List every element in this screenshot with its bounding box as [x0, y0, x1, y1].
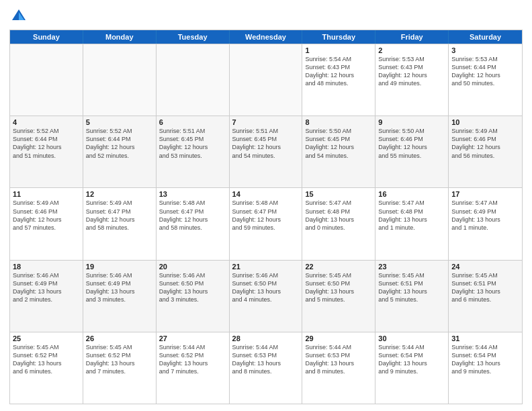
day-number: 12	[86, 190, 153, 198]
calendar-cell: 19Sunrise: 5:46 AM Sunset: 6:49 PM Dayli…	[83, 261, 157, 332]
calendar-cell: 12Sunrise: 5:49 AM Sunset: 6:47 PM Dayli…	[83, 188, 157, 259]
day-number: 17	[451, 190, 519, 198]
day-info: Sunrise: 5:45 AM Sunset: 6:51 PM Dayligh…	[378, 271, 445, 304]
day-info: Sunrise: 5:49 AM Sunset: 6:46 PM Dayligh…	[451, 127, 519, 160]
calendar-row: 25Sunrise: 5:45 AM Sunset: 6:52 PM Dayli…	[10, 332, 522, 404]
day-info: Sunrise: 5:46 AM Sunset: 6:49 PM Dayligh…	[13, 271, 80, 304]
calendar-cell	[157, 44, 230, 116]
day-info: Sunrise: 5:44 AM Sunset: 6:54 PM Dayligh…	[378, 343, 445, 376]
day-number: 7	[232, 118, 300, 126]
calendar-row: 4Sunrise: 5:52 AM Sunset: 6:44 PM Daylig…	[10, 116, 522, 187]
day-number: 18	[13, 263, 80, 271]
day-info: Sunrise: 5:52 AM Sunset: 6:44 PM Dayligh…	[13, 127, 80, 160]
day-info: Sunrise: 5:53 AM Sunset: 6:44 PM Dayligh…	[451, 55, 519, 88]
day-info: Sunrise: 5:51 AM Sunset: 6:45 PM Dayligh…	[232, 127, 300, 160]
day-info: Sunrise: 5:44 AM Sunset: 6:54 PM Dayligh…	[451, 343, 519, 376]
calendar-cell	[83, 44, 157, 116]
calendar-cell: 9Sunrise: 5:50 AM Sunset: 6:46 PM Daylig…	[375, 116, 449, 187]
day-info: Sunrise: 5:53 AM Sunset: 6:43 PM Dayligh…	[378, 55, 445, 88]
day-number: 25	[13, 334, 80, 342]
day-info: Sunrise: 5:46 AM Sunset: 6:49 PM Dayligh…	[86, 271, 153, 304]
day-info: Sunrise: 5:47 AM Sunset: 6:48 PM Dayligh…	[378, 199, 445, 232]
day-number: 1	[305, 46, 372, 54]
day-info: Sunrise: 5:46 AM Sunset: 6:50 PM Dayligh…	[159, 271, 226, 304]
day-number: 24	[451, 263, 519, 271]
day-number: 9	[378, 118, 445, 126]
day-number: 14	[232, 190, 300, 198]
weekday-header: Saturday	[449, 30, 522, 44]
day-info: Sunrise: 5:54 AM Sunset: 6:43 PM Dayligh…	[305, 55, 372, 88]
calendar-row: 11Sunrise: 5:49 AM Sunset: 6:46 PM Dayli…	[10, 187, 522, 259]
weekday-header: Sunday	[10, 30, 83, 44]
calendar-cell: 14Sunrise: 5:48 AM Sunset: 6:47 PM Dayli…	[230, 188, 303, 259]
calendar-cell: 28Sunrise: 5:44 AM Sunset: 6:53 PM Dayli…	[230, 332, 303, 404]
day-info: Sunrise: 5:52 AM Sunset: 6:44 PM Dayligh…	[86, 127, 153, 160]
weekday-header: Wednesday	[230, 30, 303, 44]
calendar-cell: 17Sunrise: 5:47 AM Sunset: 6:49 PM Dayli…	[449, 188, 522, 259]
day-number: 29	[305, 334, 372, 342]
day-number: 10	[451, 118, 519, 126]
day-number: 8	[305, 118, 372, 126]
weekday-header: Friday	[375, 30, 449, 44]
calendar-cell: 5Sunrise: 5:52 AM Sunset: 6:44 PM Daylig…	[83, 116, 157, 187]
calendar-cell: 10Sunrise: 5:49 AM Sunset: 6:46 PM Dayli…	[449, 116, 522, 187]
day-number: 28	[232, 334, 300, 342]
day-number: 23	[378, 263, 445, 271]
calendar-cell: 29Sunrise: 5:44 AM Sunset: 6:53 PM Dayli…	[302, 332, 375, 404]
calendar-cell: 8Sunrise: 5:50 AM Sunset: 6:45 PM Daylig…	[302, 116, 375, 187]
day-number: 22	[305, 263, 372, 271]
calendar-cell: 31Sunrise: 5:44 AM Sunset: 6:54 PM Dayli…	[449, 332, 522, 404]
calendar: SundayMondayTuesdayWednesdayThursdayFrid…	[9, 30, 523, 404]
header	[9, 7, 523, 26]
calendar-cell: 21Sunrise: 5:46 AM Sunset: 6:50 PM Dayli…	[230, 261, 303, 332]
day-number: 11	[13, 190, 80, 198]
day-info: Sunrise: 5:45 AM Sunset: 6:52 PM Dayligh…	[86, 343, 153, 376]
day-number: 6	[159, 118, 226, 126]
day-info: Sunrise: 5:44 AM Sunset: 6:53 PM Dayligh…	[305, 343, 372, 376]
calendar-cell: 4Sunrise: 5:52 AM Sunset: 6:44 PM Daylig…	[10, 116, 83, 187]
weekday-header: Monday	[83, 30, 157, 44]
calendar-cell: 25Sunrise: 5:45 AM Sunset: 6:52 PM Dayli…	[10, 332, 83, 404]
calendar-cell: 2Sunrise: 5:53 AM Sunset: 6:43 PM Daylig…	[375, 44, 449, 116]
day-info: Sunrise: 5:49 AM Sunset: 6:47 PM Dayligh…	[86, 199, 153, 232]
weekday-header: Thursday	[302, 30, 375, 44]
calendar-cell: 22Sunrise: 5:45 AM Sunset: 6:50 PM Dayli…	[302, 261, 375, 332]
day-number: 21	[232, 263, 300, 271]
day-number: 15	[305, 190, 372, 198]
day-number: 5	[86, 118, 153, 126]
calendar-cell: 20Sunrise: 5:46 AM Sunset: 6:50 PM Dayli…	[157, 261, 230, 332]
calendar-cell: 30Sunrise: 5:44 AM Sunset: 6:54 PM Dayli…	[375, 332, 449, 404]
calendar-cell: 1Sunrise: 5:54 AM Sunset: 6:43 PM Daylig…	[302, 44, 375, 116]
day-number: 2	[378, 46, 445, 54]
calendar-cell: 13Sunrise: 5:48 AM Sunset: 6:47 PM Dayli…	[157, 188, 230, 259]
day-info: Sunrise: 5:47 AM Sunset: 6:49 PM Dayligh…	[451, 199, 519, 232]
day-number: 26	[86, 334, 153, 342]
day-number: 19	[86, 263, 153, 271]
day-info: Sunrise: 5:50 AM Sunset: 6:45 PM Dayligh…	[305, 127, 372, 160]
day-info: Sunrise: 5:47 AM Sunset: 6:48 PM Dayligh…	[305, 199, 372, 232]
day-number: 16	[378, 190, 445, 198]
day-number: 4	[13, 118, 80, 126]
day-info: Sunrise: 5:44 AM Sunset: 6:52 PM Dayligh…	[159, 343, 226, 376]
day-info: Sunrise: 5:45 AM Sunset: 6:50 PM Dayligh…	[305, 271, 372, 304]
day-info: Sunrise: 5:44 AM Sunset: 6:53 PM Dayligh…	[232, 343, 300, 376]
calendar-cell: 3Sunrise: 5:53 AM Sunset: 6:44 PM Daylig…	[449, 44, 522, 116]
calendar-cell	[10, 44, 83, 116]
day-info: Sunrise: 5:50 AM Sunset: 6:46 PM Dayligh…	[378, 127, 445, 160]
weekday-header: Tuesday	[157, 30, 230, 44]
day-info: Sunrise: 5:48 AM Sunset: 6:47 PM Dayligh…	[232, 199, 300, 232]
day-info: Sunrise: 5:45 AM Sunset: 6:52 PM Dayligh…	[13, 343, 80, 376]
day-info: Sunrise: 5:51 AM Sunset: 6:45 PM Dayligh…	[159, 127, 226, 160]
page: SundayMondayTuesdayWednesdayThursdayFrid…	[0, 0, 532, 411]
day-number: 20	[159, 263, 226, 271]
day-info: Sunrise: 5:46 AM Sunset: 6:50 PM Dayligh…	[232, 271, 300, 304]
calendar-cell: 27Sunrise: 5:44 AM Sunset: 6:52 PM Dayli…	[157, 332, 230, 404]
logo-icon	[9, 7, 28, 26]
day-info: Sunrise: 5:45 AM Sunset: 6:51 PM Dayligh…	[451, 271, 519, 304]
day-number: 13	[159, 190, 226, 198]
calendar-body: 1Sunrise: 5:54 AM Sunset: 6:43 PM Daylig…	[10, 44, 522, 404]
calendar-cell	[230, 44, 303, 116]
calendar-row: 1Sunrise: 5:54 AM Sunset: 6:43 PM Daylig…	[10, 44, 522, 116]
calendar-cell: 26Sunrise: 5:45 AM Sunset: 6:52 PM Dayli…	[83, 332, 157, 404]
day-info: Sunrise: 5:49 AM Sunset: 6:46 PM Dayligh…	[13, 199, 80, 232]
